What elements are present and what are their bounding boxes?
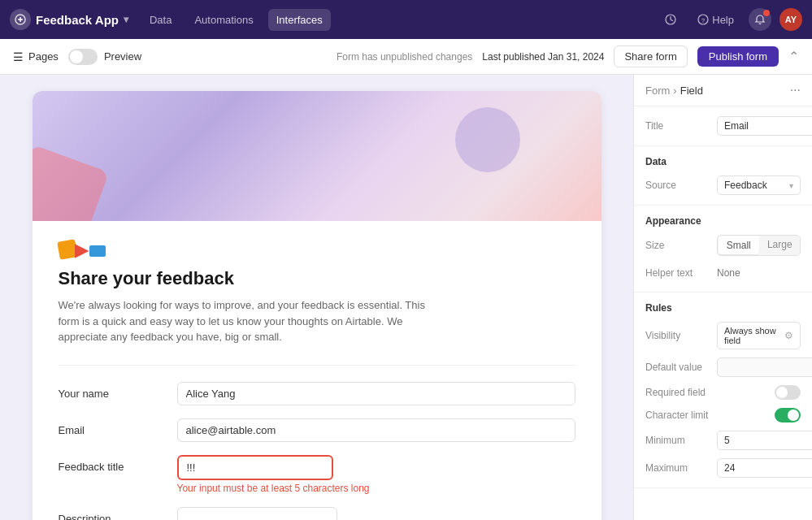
app-logo-area[interactable]: Feedback App ▾ xyxy=(10,9,128,30)
panel-visibility-select[interactable]: Always show field ⚙ xyxy=(717,322,801,349)
logo-red xyxy=(75,244,89,258)
pages-button[interactable]: ☰ Pages xyxy=(13,50,59,63)
panel-minimum-row: Minimum xyxy=(645,431,801,450)
panel-helper-input[interactable] xyxy=(717,264,812,282)
banner-shape-2 xyxy=(455,107,520,172)
form-banner xyxy=(33,91,601,221)
panel-source-row: Source Feedback ▾ xyxy=(645,176,801,195)
error-message-feedback-title: Your input must be at least 5 characters… xyxy=(177,483,575,494)
field-label-email: Email xyxy=(59,418,164,436)
panel-charlimit-label: Character limit xyxy=(645,410,710,421)
field-name: Your name xyxy=(59,382,575,405)
toolbar-right: Form has unpublished changes Last publis… xyxy=(337,46,799,67)
panel-size-group: Small Large xyxy=(717,235,801,256)
pages-label: Pages xyxy=(28,50,59,63)
charlimit-toggle-knob xyxy=(788,410,799,421)
panel-maximum-input[interactable] xyxy=(717,458,812,478)
panel-maximum-label: Maximum xyxy=(645,462,710,474)
logo-yellow xyxy=(57,239,77,259)
preview-toggle[interactable] xyxy=(68,49,98,65)
breadcrumb-form[interactable]: Form xyxy=(645,84,670,97)
main-area: Share your feedback We're always looking… xyxy=(0,75,812,520)
panel-default-label: Default value xyxy=(645,362,710,373)
panel-title-input[interactable] xyxy=(717,116,812,136)
panel-source-value: Feedback xyxy=(724,180,767,191)
panel-source-dropdown[interactable]: Feedback ▾ xyxy=(717,176,801,195)
required-toggle[interactable] xyxy=(775,385,801,400)
last-published: Last published Jan 31, 2024 xyxy=(482,51,604,63)
panel-size-label: Size xyxy=(645,240,710,251)
breadcrumb-field[interactable]: Field xyxy=(680,84,703,97)
panel-required-row: Required field xyxy=(645,385,801,400)
panel-size-row: Size Small Large xyxy=(645,235,801,256)
collapse-panel-button[interactable]: ⌃ xyxy=(788,49,799,64)
panel-visibility-label: Visibility xyxy=(645,330,710,341)
app-title: Feedback App xyxy=(36,13,119,27)
source-dropdown-chevron: ▾ xyxy=(789,181,793,190)
form-description: We're always looking for ways to improve… xyxy=(59,297,449,345)
panel-minimum-input[interactable] xyxy=(717,431,812,450)
form-preview: Share your feedback We're always looking… xyxy=(0,75,633,520)
nav-tab-data[interactable]: Data xyxy=(141,9,180,31)
charlimit-toggle[interactable] xyxy=(775,408,801,422)
banner-shape-1 xyxy=(33,145,109,221)
panel-visibility-row: Visibility Always show field ⚙ xyxy=(645,322,801,349)
panel-title-label: Title xyxy=(645,120,710,132)
panel-maximum-row: Maximum xyxy=(645,458,801,478)
visibility-gear-icon[interactable]: ⚙ xyxy=(784,330,793,341)
notification-badge xyxy=(763,10,770,16)
form-logo xyxy=(59,240,575,258)
toggle-knob xyxy=(70,50,83,63)
size-small-option[interactable]: Small xyxy=(719,236,759,254)
unpublished-status: Form has unpublished changes xyxy=(337,51,472,63)
form-divider xyxy=(59,365,575,366)
toolbar-left: ☰ Pages Preview xyxy=(13,49,141,65)
nav-tab-interfaces[interactable]: Interfaces xyxy=(268,9,331,31)
notifications-button[interactable] xyxy=(749,8,771,31)
nav-right: ? Help AY xyxy=(658,8,802,31)
panel-more-button[interactable]: ··· xyxy=(790,83,801,98)
svg-text:?: ? xyxy=(701,17,706,24)
field-input-email[interactable] xyxy=(177,418,575,442)
right-panel: Form › Field ··· Title Data Source Feedb… xyxy=(633,75,812,520)
help-button[interactable]: ? Help xyxy=(691,11,740,29)
panel-default-row: Default value xyxy=(645,358,801,377)
form-card: Share your feedback We're always looking… xyxy=(33,91,601,520)
field-email: Email xyxy=(59,418,575,442)
form-title: Share your feedback xyxy=(59,268,575,289)
preview-toggle-wrap: Preview xyxy=(68,49,141,65)
panel-rules-section: Rules Visibility Always show field ⚙ Def… xyxy=(634,292,812,488)
panel-helper-row: Helper text xyxy=(645,264,801,282)
top-nav: Feedback App ▾ Data Automations Interfac… xyxy=(0,0,812,39)
field-description: Description @ xyxy=(59,507,575,521)
app-title-chevron: ▾ xyxy=(124,14,128,25)
panel-default-input[interactable] xyxy=(717,358,812,377)
field-feedback-title: Feedback title Your input must be at lea… xyxy=(59,455,575,494)
size-large-option[interactable]: Large xyxy=(760,236,801,255)
required-toggle-knob xyxy=(776,387,788,398)
panel-helper-label: Helper text xyxy=(645,267,710,279)
airtable-logo-icon xyxy=(59,240,575,258)
share-form-button[interactable]: Share form xyxy=(614,46,687,67)
panel-minimum-label: Minimum xyxy=(645,435,710,446)
panel-appearance-title: Appearance xyxy=(645,215,801,227)
logo-blue xyxy=(89,245,106,257)
field-input-wrap-feedback-title: Your input must be at least 5 characters… xyxy=(177,455,575,494)
field-textarea-description[interactable] xyxy=(177,507,337,521)
panel-required-label: Required field xyxy=(645,387,710,398)
breadcrumb-separator: › xyxy=(673,84,676,97)
panel-title-section: Title xyxy=(634,106,812,146)
nav-tab-automations[interactable]: Automations xyxy=(186,9,261,31)
panel-appearance-section: Appearance Size Small Large Helper text xyxy=(634,206,812,292)
hamburger-icon: ☰ xyxy=(13,50,24,63)
field-input-name[interactable] xyxy=(177,382,575,405)
panel-data-title: Data xyxy=(645,156,801,167)
panel-breadcrumb: Form › Field ··· xyxy=(634,75,812,106)
user-avatar[interactable]: AY xyxy=(779,8,802,31)
field-input-feedback-title[interactable] xyxy=(177,455,333,480)
publish-form-button[interactable]: Publish form xyxy=(697,46,779,67)
panel-rules-title: Rules xyxy=(645,302,801,314)
panel-title-row: Title xyxy=(645,116,801,136)
history-button[interactable] xyxy=(658,11,683,28)
help-label: Help xyxy=(712,14,734,26)
